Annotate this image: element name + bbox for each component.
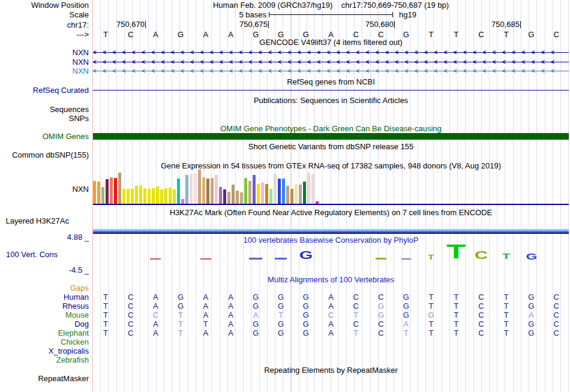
alignment-letter: A bbox=[243, 310, 268, 319]
alignment-letter: G bbox=[368, 310, 394, 319]
alignment-letter: C bbox=[118, 301, 143, 310]
multiz-row[interactable]: X_tropicalis bbox=[0, 346, 570, 355]
alignment-letter: G bbox=[168, 301, 193, 310]
refseq-curated-line[interactable] bbox=[93, 90, 569, 91]
alignment-letter: T bbox=[443, 328, 469, 337]
dbsnp-label[interactable]: Common dbSNP(155) bbox=[0, 150, 89, 159]
gtex-bar bbox=[122, 189, 125, 204]
alignment-letter: C bbox=[469, 319, 494, 328]
alignment-letter: C bbox=[469, 293, 494, 301]
logo-glyph bbox=[368, 236, 394, 260]
gene-label[interactable]: NXN bbox=[0, 58, 89, 66]
logo-dash bbox=[249, 258, 262, 260]
gene-row[interactable]: NXN<<<<<<<<<<<<<<<<<<<<<<<<<<<<<<<<<<<<<… bbox=[0, 67, 570, 75]
gene-label[interactable]: NXN bbox=[0, 49, 89, 56]
alignment-letter: C bbox=[469, 301, 494, 310]
species-label[interactable]: X_tropicalis bbox=[0, 346, 89, 355]
species-label[interactable]: Gaps bbox=[0, 284, 89, 293]
alignment-letter: A bbox=[193, 301, 218, 310]
alignment-letter: A bbox=[394, 319, 419, 328]
species-label[interactable]: Mouse bbox=[0, 310, 89, 319]
alignment-letter: G bbox=[268, 301, 293, 310]
gtex-bar-chart[interactable] bbox=[93, 169, 319, 204]
omim-genes-label[interactable]: OMIM Genes bbox=[0, 132, 89, 141]
gtex-bar bbox=[135, 186, 138, 204]
h3k27ac-label[interactable]: Layered H3K27Ac bbox=[0, 216, 69, 225]
logo-letter: T bbox=[446, 245, 466, 260]
alignment-letter: T bbox=[168, 310, 193, 319]
scale-label: Scale bbox=[0, 10, 89, 19]
refseq-curated-label[interactable]: RefSeq Curated bbox=[0, 86, 89, 95]
alignment-letter: C bbox=[368, 319, 394, 328]
species-label[interactable]: Elephant bbox=[0, 328, 89, 337]
gene-arrows: <<<<<<<<<<<<<<<<<<<<<<<<<<<<<<<<<<<<<<<<… bbox=[93, 49, 569, 56]
phylop-logo[interactable]: GTTCTG bbox=[93, 234, 569, 270]
gene-label[interactable]: NXN bbox=[0, 67, 89, 75]
logo-glyph bbox=[268, 236, 293, 260]
snps-label[interactable]: SNPs bbox=[0, 114, 89, 123]
multiz-row[interactable]: MouseTCCTAAATGCTGGGTCTAC bbox=[0, 310, 570, 319]
multiz-row[interactable]: Chicken bbox=[0, 337, 570, 346]
alignment-letter: T bbox=[93, 293, 118, 301]
multiz-row[interactable]: RhesusTCAGAAGGGACGGTTCTGC bbox=[0, 301, 570, 310]
species-label[interactable]: Rhesus bbox=[0, 301, 89, 310]
phylop-cons-label[interactable]: 100 Vert. Cons bbox=[6, 250, 69, 259]
multiz-row[interactable]: DogTCATTAGGGACCATTCTGC bbox=[0, 319, 570, 328]
alignment-letter: A bbox=[218, 301, 244, 310]
logo-glyph bbox=[394, 236, 419, 260]
alignment-letter: G bbox=[243, 328, 268, 337]
alignment-letter: G bbox=[293, 310, 319, 319]
alignment-letter: G bbox=[293, 319, 319, 328]
gtex-bar bbox=[286, 186, 289, 204]
alignment-letter: A bbox=[519, 310, 544, 319]
alignment-letter: G bbox=[394, 301, 419, 310]
gtex-bar bbox=[244, 178, 247, 204]
gtex-bar bbox=[232, 185, 235, 204]
gtex-bar bbox=[236, 191, 239, 204]
alignment-letter: G bbox=[519, 319, 544, 328]
alignment-letter: T bbox=[494, 301, 519, 310]
gtex-gene-label[interactable]: NXN bbox=[0, 185, 89, 194]
multiz-row[interactable]: Gaps bbox=[0, 284, 570, 293]
chrom-label: chr17: bbox=[0, 20, 89, 29]
alignment-letter: G bbox=[168, 293, 193, 301]
species-label[interactable]: Chicken bbox=[0, 337, 89, 346]
alignment-letter: T bbox=[168, 319, 193, 328]
alignment-letter: A bbox=[193, 293, 218, 301]
position-range: chr17:750,669-750,687 (19 bp) bbox=[341, 1, 449, 10]
ruler-tick-mark bbox=[520, 21, 521, 28]
alignment-letter: G bbox=[243, 301, 268, 310]
alignment-letter: T bbox=[443, 293, 469, 301]
gtex-bar bbox=[303, 182, 306, 204]
repeatmasker-label[interactable]: RepeatMasker bbox=[0, 374, 89, 383]
gene-row[interactable]: NXN<<<<<<<<<<<<<<<<<<<<<<<<<<<<<<<<<<<<<… bbox=[0, 49, 570, 56]
sequences-label[interactable]: Sequences bbox=[0, 105, 89, 114]
omim-genes-bar[interactable] bbox=[93, 133, 569, 140]
gene-row[interactable]: NXN<<<<<<<<<<<<<<<<<<<<<<<<<<<<<<<<<<<<<… bbox=[0, 58, 570, 66]
logo-letter: G bbox=[299, 252, 313, 260]
omim-title: OMIM Gene Phenotypes - Dark Green Can Be… bbox=[93, 124, 569, 133]
species-label[interactable]: Zebrafish bbox=[0, 355, 89, 364]
multiz-row[interactable]: ElephantTCATAAGGGATCTTTCTGC bbox=[0, 328, 570, 337]
scale-assembly: hg19 bbox=[399, 10, 416, 19]
logo-dash bbox=[275, 258, 287, 260]
multiz-row[interactable]: HumanTCAGAAGGGACCGTTCTGC bbox=[0, 293, 570, 301]
scale-line bbox=[269, 14, 393, 15]
gtex-bar bbox=[219, 187, 222, 204]
species-label[interactable]: Dog bbox=[0, 319, 89, 328]
logo-glyph: T bbox=[443, 236, 469, 260]
logo-letter: T bbox=[502, 254, 510, 260]
alignment-letter: T bbox=[494, 293, 519, 301]
gtex-bar bbox=[114, 178, 117, 204]
ruler-tick-mark bbox=[394, 21, 395, 28]
gtex-baseline bbox=[93, 204, 569, 205]
alignment-letter: T bbox=[494, 328, 519, 337]
gtex-bar bbox=[160, 189, 163, 204]
multiz-row[interactable]: Zebrafish bbox=[0, 355, 570, 364]
multiz-title: Multiz Alignments of 100 Vertebrates bbox=[93, 275, 569, 284]
species-label[interactable]: Human bbox=[0, 293, 89, 301]
gtex-bar bbox=[269, 189, 272, 204]
gtex-bar bbox=[240, 192, 243, 204]
h3k27ac-band[interactable] bbox=[93, 229, 569, 234]
alignment-letter: C bbox=[544, 319, 569, 328]
